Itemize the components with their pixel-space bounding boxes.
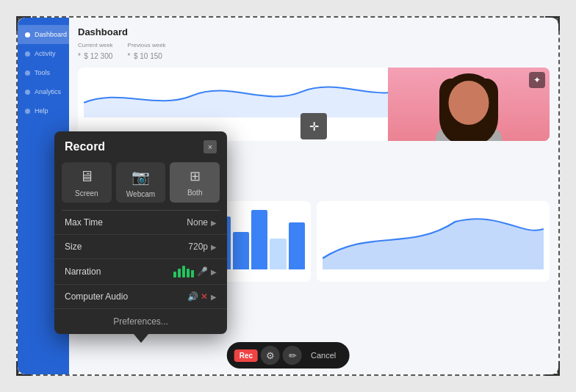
narration-arrow[interactable]: ▶: [211, 268, 217, 276]
webcam-mode-label: Webcam: [126, 190, 155, 198]
stats-row: Current week * $ 12 300 Previous week * …: [78, 42, 550, 62]
record-panel: Record × 🖥 Screen 📷 Webcam ⊞ Both Max Ti…: [54, 131, 227, 334]
bar-10: [251, 210, 267, 269]
screen-label: Screen: [75, 189, 98, 197]
sidebar-dot-analytics: [25, 90, 30, 95]
mute-x-icon: ✕: [201, 291, 208, 302]
max-time-value: None ▶: [187, 217, 217, 228]
bar-11: [270, 239, 286, 270]
max-time-row: Max Time None ▶: [54, 211, 227, 235]
audio-muted: 🔊 ✕: [187, 291, 208, 302]
narration-label: Narration: [65, 266, 101, 277]
bar-12: [289, 222, 305, 269]
area-chart-area: [317, 201, 550, 282]
mode-screen-button[interactable]: 🖥 Screen: [62, 162, 112, 203]
sidebar-item-dashboard[interactable]: Dashboard: [18, 25, 69, 44]
max-time-text: None: [187, 217, 208, 228]
record-panel-tail: [134, 334, 148, 343]
both-label: Both: [187, 189, 203, 197]
screen-icon: 🖥: [79, 168, 94, 185]
move-drag-icon[interactable]: ✛: [300, 113, 327, 139]
bottom-toolbar: Rec ⚙ ✏ Cancel: [227, 342, 350, 369]
sidebar-item-help[interactable]: Help: [18, 101, 69, 120]
area-chart-svg: [323, 207, 544, 269]
sidebar-dot-tools: [25, 70, 30, 76]
sidebar-dot-activity: [25, 51, 30, 57]
slider-bars: [173, 266, 194, 277]
mode-both-button[interactable]: ⊞ Both: [170, 162, 220, 203]
sidebar-item-analytics[interactable]: Analytics: [18, 82, 69, 101]
size-value: 720p ▶: [188, 242, 217, 252]
preferences-button[interactable]: Preferences...: [54, 309, 227, 334]
mic-icon: 🎤: [197, 266, 208, 277]
record-panel-header: Record ×: [54, 131, 227, 159]
computer-audio-row: Computer Audio 🔊 ✕ ▶: [54, 285, 227, 309]
slider-bar-3: [182, 266, 185, 277]
size-row: Size 720p ▶: [54, 235, 227, 259]
webcam-person: [388, 68, 550, 141]
webcam-overlay: ✦ Webcam ▼: [388, 68, 550, 141]
narration-row: Narration 🎤 ▶: [54, 259, 227, 285]
main-frame: Dashboard Activity Tools Analytics Help …: [16, 16, 560, 376]
sidebar-item-activity[interactable]: Activity: [18, 44, 69, 63]
page-title: Dashboard: [78, 26, 550, 37]
sidebar-label-help: Help: [35, 107, 48, 115]
slider-bar-5: [191, 270, 194, 277]
record-close-button[interactable]: ×: [204, 140, 217, 153]
gear-button[interactable]: ⚙: [261, 346, 280, 365]
cancel-button[interactable]: Cancel: [305, 349, 342, 362]
wand-icon[interactable]: ✦: [529, 72, 545, 88]
mode-buttons: 🖥 Screen 📷 Webcam ⊞ Both: [54, 159, 227, 210]
size-text: 720p: [188, 242, 208, 252]
both-icon: ⊞: [190, 168, 201, 184]
current-value: * $ 12 300: [78, 48, 113, 62]
previous-value: * $ 10 150: [128, 48, 166, 62]
bar-9: [233, 232, 249, 269]
computer-audio-value: 🔊 ✕ ▶: [187, 291, 217, 302]
mode-webcam-button[interactable]: 📷 Webcam: [116, 162, 166, 203]
record-title: Record: [65, 140, 105, 153]
max-time-arrow[interactable]: ▶: [211, 219, 217, 227]
slider-bar-1: [173, 272, 176, 277]
sidebar-dot-help: [25, 109, 30, 114]
max-time-label: Max Time: [65, 217, 103, 228]
pencil-button[interactable]: ✏: [283, 346, 302, 365]
sidebar-item-tools[interactable]: Tools: [18, 63, 69, 82]
speaker-icon: 🔊: [187, 291, 198, 302]
audio-arrow[interactable]: ▶: [211, 293, 217, 301]
sidebar-label-activity: Activity: [35, 50, 56, 57]
size-label: Size: [65, 242, 82, 252]
narration-value: 🎤 ▶: [173, 266, 217, 277]
sidebar-label-analytics: Analytics: [35, 88, 61, 95]
computer-audio-label: Computer Audio: [65, 291, 128, 302]
size-arrow[interactable]: ▶: [211, 243, 217, 251]
current-week-label: Current week: [78, 42, 113, 48]
stat-previous: Previous week * $ 10 150: [128, 42, 166, 62]
previous-week-label: Previous week: [128, 42, 166, 48]
narration-slider: [173, 266, 194, 277]
sidebar-label-tools: Tools: [35, 69, 50, 76]
sidebar-dot: [25, 32, 30, 37]
rec-badge: Rec: [234, 349, 258, 362]
webcam-mode-icon: 📷: [132, 168, 150, 186]
sidebar-label-dashboard: Dashboard: [35, 31, 67, 38]
slider-bar-4: [187, 269, 190, 277]
stat-current: Current week * $ 12 300: [78, 42, 113, 62]
slider-bar-2: [178, 269, 181, 277]
